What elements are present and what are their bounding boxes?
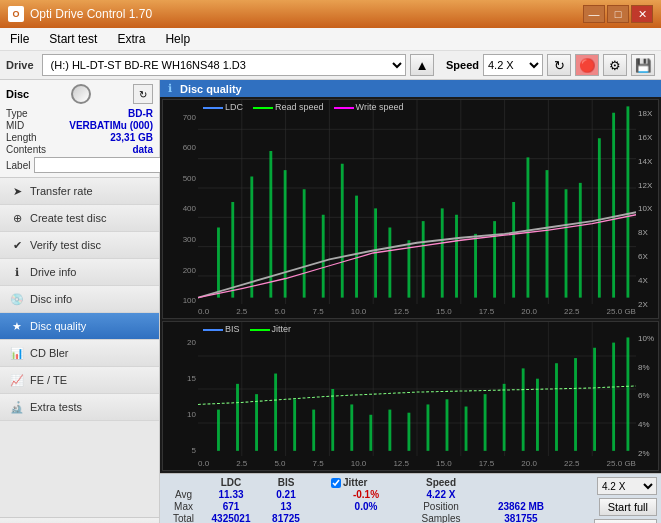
svg-rect-32 (512, 202, 515, 298)
status-window[interactable]: Status window >> (0, 517, 159, 523)
disc-length-key: Length (6, 132, 37, 143)
upper-y-axis-left: 700 600 500 400 300 200 100 (163, 100, 198, 318)
svg-rect-29 (455, 215, 458, 298)
stats-area: LDC BIS Jitter Speed Avg 11.33 (160, 473, 661, 523)
svg-rect-52 (217, 410, 220, 451)
disc-panel: Disc ↻ Type BD-R MID VERBATIMu (000) Len… (0, 80, 159, 178)
nav-fe-te-label: FE / TE (30, 374, 67, 386)
svg-rect-66 (484, 394, 487, 451)
disc-contents-key: Contents (6, 144, 46, 155)
svg-rect-38 (612, 113, 615, 298)
drive-save-button[interactable]: 💾 (631, 54, 655, 76)
disc-mid-key: MID (6, 120, 24, 131)
title-bar-controls: — □ ✕ (583, 5, 653, 23)
sidebar: Disc ↻ Type BD-R MID VERBATIMu (000) Len… (0, 80, 160, 523)
nav-disc-quality[interactable]: ★ Disc quality (0, 313, 159, 340)
drive-settings-button[interactable]: ⚙ (603, 54, 627, 76)
app-icon: O (8, 6, 24, 22)
nav-fe-te[interactable]: 📈 FE / TE (0, 367, 159, 394)
nav-drive-info[interactable]: ℹ Drive info (0, 259, 159, 286)
nav-transfer-rate-label: Transfer rate (30, 185, 93, 197)
svg-rect-54 (255, 394, 258, 451)
disc-info-icon: 💿 (10, 292, 24, 306)
nav-extra-tests[interactable]: 🔬 Extra tests (0, 394, 159, 421)
minimize-button[interactable]: — (583, 5, 605, 23)
menu-extra[interactable]: Extra (111, 30, 151, 48)
avg-ldc: 11.33 (201, 489, 261, 500)
title-bar-title: Opti Drive Control 1.70 (30, 7, 583, 21)
fe-te-icon: 📈 (10, 373, 24, 387)
speed-select[interactable]: 4.2 X (483, 54, 543, 76)
stats-speed-header: Speed (401, 477, 481, 488)
nav-disc-quality-label: Disc quality (30, 320, 86, 332)
drive-info-button[interactable]: 🔴 (575, 54, 599, 76)
drive-info-icon: ℹ (10, 265, 24, 279)
nav-items: ➤ Transfer rate ⊕ Create test disc ✔ Ver… (0, 178, 159, 517)
svg-rect-17 (250, 177, 253, 298)
svg-rect-16 (231, 202, 234, 298)
chart-speed-select[interactable]: 4.2 X (597, 477, 657, 495)
nav-drive-info-label: Drive info (30, 266, 76, 278)
lower-chart-svg (198, 322, 636, 456)
svg-rect-23 (355, 196, 358, 298)
max-bis: 13 (261, 501, 311, 512)
svg-rect-37 (598, 138, 601, 297)
svg-rect-59 (350, 404, 353, 450)
nav-transfer-rate[interactable]: ➤ Transfer rate (0, 178, 159, 205)
jitter-checkbox[interactable] (331, 478, 341, 488)
title-bar: O Opti Drive Control 1.70 — □ ✕ (0, 0, 661, 28)
create-test-disc-icon: ⊕ (10, 211, 24, 225)
nav-verify-test-disc-label: Verify test disc (30, 239, 101, 251)
drive-label: Drive (6, 59, 34, 71)
svg-rect-26 (407, 240, 410, 297)
nav-disc-info[interactable]: 💿 Disc info (0, 286, 159, 313)
total-ldc: 4325021 (201, 513, 261, 523)
total-label: Total (166, 513, 201, 523)
disc-label-input[interactable] (34, 157, 167, 173)
disc-refresh-button[interactable]: ↻ (133, 84, 153, 104)
svg-rect-60 (369, 415, 372, 451)
disc-mid-val: VERBATIMu (000) (69, 120, 153, 131)
nav-verify-test-disc[interactable]: ✔ Verify test disc (0, 232, 159, 259)
nav-create-test-disc-label: Create test disc (30, 212, 106, 224)
svg-rect-28 (441, 208, 444, 297)
nav-cd-bler[interactable]: 📊 CD Bler (0, 340, 159, 367)
drive-eject-button[interactable]: ▲ (410, 54, 434, 76)
disc-icon (71, 84, 91, 104)
menu-start-test[interactable]: Start test (43, 30, 103, 48)
menu-file[interactable]: File (4, 30, 35, 48)
disc-quality-icon: ★ (10, 319, 24, 333)
verify-test-disc-icon: ✔ (10, 238, 24, 252)
svg-rect-65 (465, 407, 468, 451)
svg-rect-30 (474, 234, 477, 298)
svg-rect-35 (565, 189, 568, 297)
nav-create-test-disc[interactable]: ⊕ Create test disc (0, 205, 159, 232)
lower-y-axis-right: 10% 8% 6% 4% 2% (636, 322, 658, 470)
svg-rect-15 (217, 228, 220, 298)
drive-select[interactable]: (H:) HL-DT-ST BD-RE WH16NS48 1.D3 (42, 54, 406, 76)
svg-rect-71 (574, 358, 577, 451)
svg-rect-21 (322, 215, 325, 298)
charts-container: LDC Read speed Write speed 700 600 500 4… (160, 97, 661, 473)
total-bis: 81725 (261, 513, 311, 523)
lower-chart-legend: BIS Jitter (203, 324, 291, 334)
maximize-button[interactable]: □ (607, 5, 629, 23)
close-button[interactable]: ✕ (631, 5, 653, 23)
nav-cd-bler-label: CD Bler (30, 347, 69, 359)
upper-chart: LDC Read speed Write speed 700 600 500 4… (162, 99, 659, 319)
stats-ldc-header: LDC (201, 477, 261, 488)
menu-bar: File Start test Extra Help (0, 28, 661, 51)
stats-right: 4.2 X Start full Start part (567, 477, 657, 523)
speed-refresh-button[interactable]: ↻ (547, 54, 571, 76)
svg-rect-73 (612, 343, 615, 451)
svg-rect-33 (527, 157, 530, 297)
start-part-button[interactable]: Start part (594, 519, 657, 523)
upper-x-axis: 0.02.55.07.510.0 12.515.017.520.022.525.… (198, 304, 636, 318)
svg-rect-63 (427, 404, 430, 450)
content-area: ℹ Disc quality LDC Read speed Write spee… (160, 80, 661, 523)
disc-type-val: BD-R (128, 108, 153, 119)
lower-x-axis: 0.02.55.07.510.0 12.515.017.520.022.525.… (198, 456, 636, 470)
menu-help[interactable]: Help (159, 30, 196, 48)
start-full-button[interactable]: Start full (599, 498, 657, 516)
disc-contents-val: data (132, 144, 153, 155)
